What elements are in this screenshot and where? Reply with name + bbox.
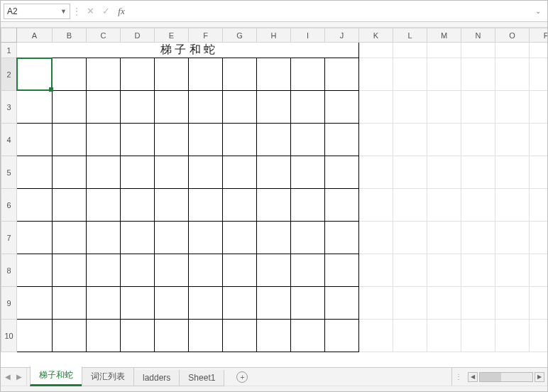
cell-G6[interactable]	[223, 189, 257, 222]
column-header-N[interactable]: N	[461, 28, 495, 43]
cell-N4[interactable]	[461, 124, 495, 156]
cell-N7[interactable]	[461, 222, 495, 254]
cell-B8[interactable]	[53, 254, 87, 287]
cell-O2[interactable]	[495, 58, 530, 91]
cell-H7[interactable]	[257, 222, 291, 254]
name-box[interactable]: A2 ▼	[4, 4, 70, 19]
cell-L7[interactable]	[393, 222, 427, 254]
cell-C6[interactable]	[87, 189, 121, 222]
row-header-5[interactable]: 5	[1, 156, 17, 189]
cell-F5[interactable]	[189, 156, 223, 189]
cell-B7[interactable]	[53, 222, 87, 254]
spreadsheet-grid[interactable]: ABCDEFGHIJKLMNOP1梯 子 和 蛇2345678910	[1, 28, 547, 352]
cell-L8[interactable]	[393, 254, 427, 287]
row-header-8[interactable]: 8	[1, 254, 17, 287]
cell-A6[interactable]	[17, 189, 53, 222]
cell-F4[interactable]	[189, 124, 223, 156]
row-header-6[interactable]: 6	[1, 189, 17, 222]
column-header-E[interactable]: E	[155, 28, 189, 43]
title-cell[interactable]: 梯 子 和 蛇	[17, 43, 359, 58]
cell-E3[interactable]	[155, 91, 189, 124]
tab-nav-next-icon[interactable]: ▶	[16, 373, 22, 381]
row-header-2[interactable]: 2	[1, 58, 17, 91]
cell-O5[interactable]	[495, 156, 530, 189]
cell-E4[interactable]	[155, 124, 189, 156]
cell-J10[interactable]	[325, 320, 359, 352]
cell-A9[interactable]	[17, 287, 53, 320]
cell-D10[interactable]	[121, 320, 155, 352]
cell-B2[interactable]	[53, 58, 87, 91]
cell-J9[interactable]	[325, 287, 359, 320]
cell-I3[interactable]	[291, 91, 325, 124]
new-sheet-button[interactable]: +	[231, 369, 253, 386]
cell-K10[interactable]	[359, 320, 393, 352]
cell-G9[interactable]	[223, 287, 257, 320]
expand-formula-bar-button[interactable]: ⌄	[532, 4, 544, 19]
column-header-I[interactable]: I	[291, 28, 325, 43]
cell-M5[interactable]	[427, 156, 461, 189]
cell-M2[interactable]	[427, 58, 461, 91]
cell-G3[interactable]	[223, 91, 257, 124]
cell-L6[interactable]	[393, 189, 427, 222]
cell-L5[interactable]	[393, 156, 427, 189]
cell-I2[interactable]	[291, 58, 325, 91]
cell-P8[interactable]	[530, 254, 548, 287]
cell-H3[interactable]	[257, 91, 291, 124]
column-header-J[interactable]: J	[325, 28, 359, 43]
cell-N9[interactable]	[461, 287, 495, 320]
column-header-A[interactable]: A	[17, 28, 53, 43]
cell-J3[interactable]	[325, 91, 359, 124]
cell-N10[interactable]	[461, 320, 495, 352]
cell-I7[interactable]	[291, 222, 325, 254]
cell-O8[interactable]	[495, 254, 530, 287]
cell-F6[interactable]	[189, 189, 223, 222]
cell-O4[interactable]	[495, 124, 530, 156]
cell-J8[interactable]	[325, 254, 359, 287]
cell-M4[interactable]	[427, 124, 461, 156]
cell-J7[interactable]	[325, 222, 359, 254]
cell-C8[interactable]	[87, 254, 121, 287]
cell-A4[interactable]	[17, 124, 53, 156]
hscroll-left-button[interactable]: ◀	[468, 372, 478, 382]
cell-L1[interactable]	[393, 43, 427, 58]
cell-C10[interactable]	[87, 320, 121, 352]
name-box-dropdown-icon[interactable]: ▼	[60, 8, 67, 15]
insert-function-button[interactable]: fx	[114, 4, 129, 19]
cell-K6[interactable]	[359, 189, 393, 222]
cell-O9[interactable]	[495, 287, 530, 320]
row-header-3[interactable]: 3	[1, 91, 17, 124]
column-header-M[interactable]: M	[427, 28, 461, 43]
cell-F10[interactable]	[189, 320, 223, 352]
tab-nav-more-icon[interactable]: ⋮	[455, 373, 462, 381]
hscroll-thumb[interactable]	[480, 373, 501, 381]
cell-A2[interactable]	[17, 58, 53, 91]
cell-J5[interactable]	[325, 156, 359, 189]
column-header-P[interactable]: P	[530, 28, 548, 43]
sheet-tab-1[interactable]: 词汇列表	[82, 368, 134, 386]
column-header-K[interactable]: K	[359, 28, 393, 43]
cell-I9[interactable]	[291, 287, 325, 320]
cell-N1[interactable]	[461, 43, 495, 58]
cell-F8[interactable]	[189, 254, 223, 287]
cell-C3[interactable]	[87, 91, 121, 124]
cell-L3[interactable]	[393, 91, 427, 124]
column-header-D[interactable]: D	[121, 28, 155, 43]
cell-C4[interactable]	[87, 124, 121, 156]
cell-H6[interactable]	[257, 189, 291, 222]
row-header-4[interactable]: 4	[1, 124, 17, 156]
cell-A3[interactable]	[17, 91, 53, 124]
cell-B9[interactable]	[53, 287, 87, 320]
cell-E6[interactable]	[155, 189, 189, 222]
cell-D5[interactable]	[121, 156, 155, 189]
cell-G8[interactable]	[223, 254, 257, 287]
row-header-7[interactable]: 7	[1, 222, 17, 254]
cell-P7[interactable]	[530, 222, 548, 254]
cell-H4[interactable]	[257, 124, 291, 156]
cell-M9[interactable]	[427, 287, 461, 320]
cell-P5[interactable]	[530, 156, 548, 189]
cell-H5[interactable]	[257, 156, 291, 189]
cell-I8[interactable]	[291, 254, 325, 287]
row-header-1[interactable]: 1	[1, 43, 17, 58]
cell-H8[interactable]	[257, 254, 291, 287]
tab-nav-prev-icon[interactable]: ◀	[5, 373, 11, 381]
